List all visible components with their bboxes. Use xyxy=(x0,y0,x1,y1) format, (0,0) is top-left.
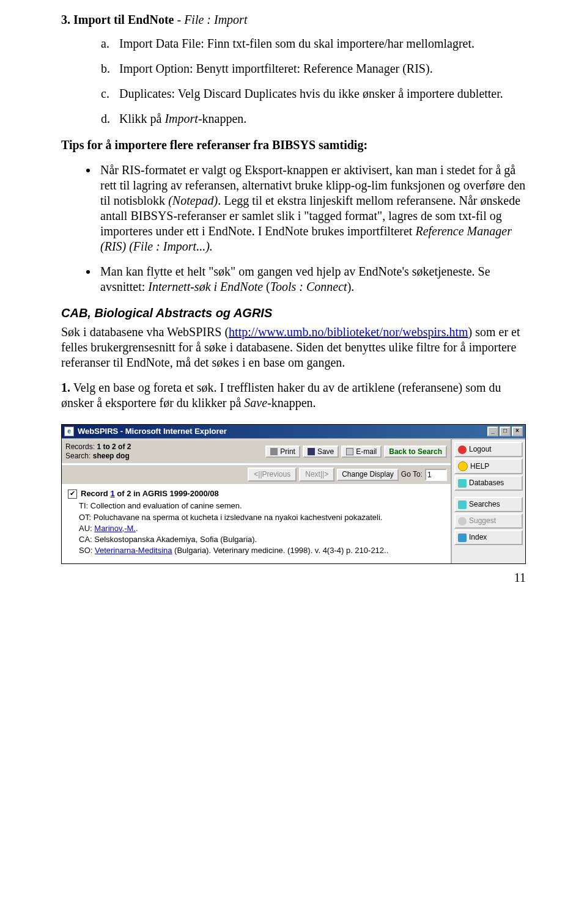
close-icon[interactable]: × xyxy=(512,427,523,436)
record-ca: CA: Selskostopanska Akademiya, Sofia (Bu… xyxy=(79,535,445,544)
logout-button[interactable]: Logout xyxy=(454,442,523,457)
sub-text: Duplicates: Velg Discard Duplicates hvis… xyxy=(119,86,503,101)
sub-text: Import Option: Benytt importfilteret: Re… xyxy=(119,61,433,76)
sub-item-d: d. Klikk på Import-knappen. xyxy=(101,111,526,127)
author-link[interactable]: Marinov,-M. xyxy=(94,524,136,533)
toolbar-row-1: Records: 1 to 2 of 2 Search: sheep dog P… xyxy=(62,439,451,464)
tips-heading: Tips for å importere flere referanser fr… xyxy=(61,138,526,153)
sub-item-a: a. Import Data File: Finn txt-filen som … xyxy=(101,36,526,51)
next-button[interactable]: Next||> xyxy=(299,468,334,482)
browser-window: e WebSPIRS - Microsoft Internet Explorer… xyxy=(61,424,526,564)
index-button[interactable]: Index xyxy=(454,530,523,545)
record-so: SO: Veterinarna-Meditsina (Bulgaria). Ve… xyxy=(79,546,445,556)
suggest-button[interactable]: Suggest xyxy=(454,513,523,529)
section-title: CAB, Biological Abstracts og AGRIS xyxy=(61,306,526,321)
logout-icon xyxy=(458,446,467,454)
title-bar: e WebSPIRS - Microsoft Internet Explorer… xyxy=(62,425,525,438)
heading-line: 3. Import til EndNote - File : Import xyxy=(61,12,526,28)
goto-input[interactable] xyxy=(425,469,447,481)
ordered-sublist: a. Import Data File: Finn txt-filen som … xyxy=(101,36,526,127)
change-display-button[interactable]: Change Display xyxy=(337,469,399,481)
bullet-1: Når RIS-formatet er valgt og Eksport-kna… xyxy=(98,163,526,254)
main-column: Records: 1 to 2 of 2 Search: sheep dog P… xyxy=(62,439,451,563)
browser-content: Records: 1 to 2 of 2 Search: sheep dog P… xyxy=(62,438,525,563)
window-title: WebSPIRS - Microsoft Internet Explorer xyxy=(78,427,487,436)
index-icon xyxy=(458,534,467,542)
database-icon xyxy=(458,479,467,488)
record-panel: ✔ Record 1 of 2 in AGRIS 1999-2000/08 TI… xyxy=(62,485,451,563)
step-1: 1. Velg en base og foreta et søk. I tref… xyxy=(61,380,526,411)
record-au: AU: Marinov,-M.. xyxy=(79,524,445,534)
help-icon xyxy=(458,461,468,471)
suggest-icon xyxy=(458,517,467,526)
email-icon xyxy=(346,448,353,455)
records-info: Records: 1 to 2 of 2 Search: sheep dog xyxy=(65,442,263,461)
app-icon: e xyxy=(64,427,74,436)
marker: b. xyxy=(101,61,119,76)
record-header: ✔ Record 1 of 2 in AGRIS 1999-2000/08 xyxy=(68,489,445,499)
sub-item-b: b. Import Option: Benytt importfilteret:… xyxy=(101,61,526,76)
toolbar-row-2: <||Previous Next||> Change Display Go To… xyxy=(62,464,451,485)
save-button[interactable]: Save xyxy=(303,446,339,458)
print-button[interactable]: Print xyxy=(265,446,300,458)
maximize-icon[interactable]: □ xyxy=(500,427,511,436)
bullet-list: Når RIS-formatet er valgt og Eksport-kna… xyxy=(61,163,526,295)
email-button[interactable]: E-mail xyxy=(341,446,382,458)
heading-number: 3. xyxy=(61,13,70,26)
help-button[interactable]: HELP xyxy=(454,458,523,474)
previous-button[interactable]: <||Previous xyxy=(248,468,297,482)
print-icon xyxy=(270,448,278,455)
record-ot: OT: Poluchavane na sperma ot kucheta i i… xyxy=(79,513,445,522)
sub-text: Import Data File: Finn txt-filen som du … xyxy=(119,36,474,51)
marker: a. xyxy=(101,36,119,51)
save-icon xyxy=(308,448,315,455)
webspirs-link[interactable]: http://www.umb.no/biblioteket/nor/webspi… xyxy=(229,325,468,339)
source-link[interactable]: Veterinarna-Meditsina xyxy=(95,546,172,555)
paragraph-1: Søk i databasene vha WebSPIRS (http://ww… xyxy=(61,324,526,370)
goto-label: Go To: xyxy=(401,470,423,479)
marker: c. xyxy=(101,86,119,101)
heading-bold: Import til EndNote xyxy=(73,13,174,26)
record-ti: TI: Collection and evaluation of canine … xyxy=(79,501,445,511)
window-buttons: _ □ × xyxy=(487,427,523,436)
record-checkbox[interactable]: ✔ xyxy=(68,490,77,499)
heading-italic: File : Import xyxy=(184,13,247,26)
searches-icon xyxy=(458,501,467,509)
databases-button[interactable]: Databases xyxy=(454,475,523,491)
minimize-icon[interactable]: _ xyxy=(487,427,498,436)
marker: d. xyxy=(101,111,119,127)
searches-button[interactable]: Searches xyxy=(454,497,523,512)
sub-text: Klikk på Import-knappen. xyxy=(119,111,246,127)
record-number-link[interactable]: 1 xyxy=(110,489,114,498)
side-column: Logout HELP Databases Searches Suggest I… xyxy=(451,439,525,563)
bullet-2: Man kan flytte et helt "søk" om gangen v… xyxy=(98,264,526,295)
sub-item-c: c. Duplicates: Velg Discard Duplicates h… xyxy=(101,86,526,101)
page-number: 11 xyxy=(61,570,526,585)
back-to-search-button[interactable]: Back to Search xyxy=(384,446,447,458)
